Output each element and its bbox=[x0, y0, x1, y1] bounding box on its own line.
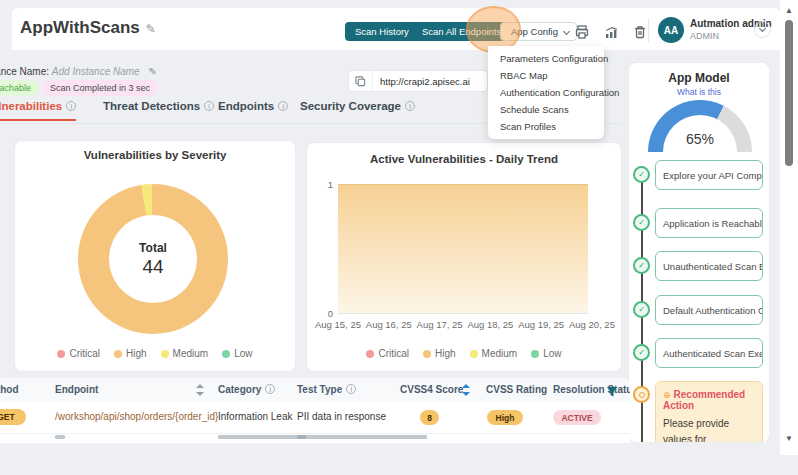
sort-icon-active[interactable] bbox=[462, 384, 470, 396]
menu-item-schedule-scans[interactable]: Schedule Scans bbox=[488, 102, 604, 117]
warning-icon bbox=[633, 386, 650, 403]
col-method[interactable]: Method bbox=[0, 384, 19, 395]
legend-low[interactable]: Low bbox=[222, 348, 252, 359]
x-tick: Aug 16, 25 bbox=[366, 319, 412, 330]
clipped-row-text bbox=[218, 435, 306, 439]
x-tick: Aug 17, 25 bbox=[417, 319, 463, 330]
menu-item-authentication-configuration[interactable]: Authentication Configuration bbox=[488, 85, 604, 100]
donut-total-label: Total bbox=[139, 241, 167, 255]
menu-item-parameters-configuration[interactable]: Parameters Configuration bbox=[488, 51, 604, 66]
analytics-icon[interactable] bbox=[604, 24, 620, 40]
app-config-menu: Parameters Configuration RBAC Map Authen… bbox=[488, 46, 604, 139]
info-icon[interactable] bbox=[346, 384, 356, 394]
info-icon[interactable] bbox=[278, 101, 288, 111]
legend-critical[interactable]: Critical bbox=[57, 348, 100, 359]
trend-plot-area[interactable] bbox=[338, 184, 588, 314]
step-unauthenticated-scan[interactable]: Unauthenticated Scan Exe... bbox=[655, 251, 763, 281]
edit-title-icon[interactable] bbox=[146, 22, 156, 36]
check-icon bbox=[633, 257, 650, 274]
high-dot-icon bbox=[423, 350, 431, 358]
legend-critical[interactable]: Critical bbox=[366, 348, 409, 359]
recommended-action-box[interactable]: Recommended Action Please provide values… bbox=[655, 381, 763, 443]
col-test-type[interactable]: Test Type bbox=[297, 384, 356, 395]
col-cvss-rating[interactable]: CVSS Rating bbox=[486, 384, 547, 395]
low-dot-icon bbox=[531, 350, 539, 358]
sort-icon[interactable] bbox=[196, 384, 204, 396]
tab-security-coverage[interactable]: Security Coverage bbox=[300, 100, 415, 119]
col-endpoint[interactable]: Endpoint bbox=[55, 384, 98, 395]
chart-title: Vulnerabilities by Severity bbox=[15, 149, 295, 161]
account-menu-button[interactable] bbox=[754, 21, 771, 38]
trash-icon[interactable] bbox=[632, 24, 648, 40]
scan-history-button[interactable]: Scan History bbox=[345, 22, 419, 41]
app-config-button[interactable]: App Config bbox=[500, 22, 577, 41]
tab-threat-detections[interactable]: Threat Detections bbox=[103, 100, 214, 119]
medium-dot-icon bbox=[470, 350, 478, 358]
check-icon bbox=[633, 166, 650, 183]
target-url: http://crapi2.apisec.ai bbox=[373, 76, 470, 87]
tab-endpoints[interactable]: Endpoints bbox=[218, 100, 288, 119]
clipped-row-text bbox=[297, 435, 427, 439]
check-icon bbox=[633, 344, 650, 361]
legend-high[interactable]: High bbox=[423, 348, 456, 359]
menu-item-scan-profiles[interactable]: Scan Profiles bbox=[488, 119, 604, 134]
header-divider bbox=[648, 18, 649, 42]
legend-label: Low bbox=[234, 348, 252, 359]
tab-vulnerabilities[interactable]: Vulnerabilities bbox=[0, 100, 76, 121]
filter-icon[interactable] bbox=[606, 384, 618, 402]
endpoint-cell[interactable]: /workshop/api/shop/orders/{order_id} bbox=[55, 411, 218, 422]
avatar[interactable]: AA bbox=[658, 17, 684, 43]
legend-medium[interactable]: Medium bbox=[470, 348, 518, 359]
table-header-row: Method Endpoint Category Test Type CVSS4… bbox=[0, 378, 630, 402]
scrollbar bbox=[780, 0, 798, 455]
legend-medium[interactable]: Medium bbox=[161, 348, 209, 359]
step-app-reachable[interactable]: Application is Reachable bbox=[655, 208, 763, 238]
info-icon[interactable] bbox=[66, 101, 76, 111]
severity-legend: Critical High Medium Low bbox=[15, 348, 295, 359]
what-is-this-link[interactable]: What is this bbox=[629, 87, 769, 97]
col-category[interactable]: Category bbox=[218, 384, 275, 395]
medium-dot-icon bbox=[161, 350, 169, 358]
step-explore-api[interactable]: Explore your API Composition bbox=[655, 160, 763, 190]
tab-label: Threat Detections bbox=[103, 100, 200, 112]
severity-donut-chart[interactable]: Total 44 bbox=[78, 184, 228, 334]
menu-item-rbac-map[interactable]: RBAC Map bbox=[488, 68, 604, 83]
header-bar: AppWithScans Scan History Scan All Endpo… bbox=[12, 8, 780, 50]
step-default-auth[interactable]: Default Authentication Conf... bbox=[655, 295, 763, 325]
info-icon[interactable] bbox=[265, 384, 275, 394]
edit-instance-icon[interactable] bbox=[148, 66, 156, 77]
chevron-down-icon bbox=[563, 28, 570, 35]
table-row[interactable]: GET /workshop/api/shop/orders/{order_id}… bbox=[0, 402, 630, 434]
scroll-down-icon[interactable] bbox=[780, 434, 798, 443]
info-icon[interactable] bbox=[204, 101, 214, 111]
donut-center: Total 44 bbox=[109, 215, 197, 303]
app-name: AppWithScans bbox=[20, 18, 140, 37]
legend-low[interactable]: Low bbox=[531, 348, 561, 359]
critical-dot-icon bbox=[366, 350, 374, 358]
legend-label: Medium bbox=[482, 348, 518, 359]
instance-name-placeholder[interactable]: Add Instance Name bbox=[52, 66, 140, 77]
x-tick: Aug 15, 25 bbox=[315, 319, 361, 330]
scrollbar-thumb[interactable] bbox=[785, 20, 793, 166]
legend-label: High bbox=[435, 348, 456, 359]
app-model-panel: App Model What is this 65% Explore your … bbox=[628, 62, 770, 443]
scan-all-endpoints-button[interactable]: Scan All Endpoints bbox=[412, 22, 511, 41]
x-tick: Aug 19, 25 bbox=[518, 319, 564, 330]
category-cell: Information Leak bbox=[218, 411, 293, 422]
legend-high[interactable]: High bbox=[114, 348, 147, 359]
step-authenticated-scan[interactable]: Authenticated Scan Executed bbox=[655, 338, 763, 368]
info-icon[interactable] bbox=[405, 101, 415, 111]
printer-icon[interactable] bbox=[574, 24, 590, 40]
trend-legend: Critical High Medium Low bbox=[307, 348, 621, 359]
tab-label: Vulnerabilities bbox=[0, 100, 62, 112]
col-resolution-status[interactable]: Resolution Status bbox=[553, 384, 630, 395]
check-icon bbox=[633, 301, 650, 318]
col-cvss4-score[interactable]: CVSS4 Score bbox=[400, 384, 463, 395]
copy-icon[interactable] bbox=[349, 71, 373, 91]
instance-name-row: Instance Name: Add Instance Name bbox=[0, 66, 157, 77]
scroll-up-icon[interactable] bbox=[780, 6, 798, 15]
y-tick-1: 1 bbox=[328, 179, 333, 190]
tab-label: Endpoints bbox=[218, 100, 274, 112]
y-tick-0: 0 bbox=[328, 308, 333, 319]
instance-name-label: Instance Name: bbox=[0, 66, 49, 77]
